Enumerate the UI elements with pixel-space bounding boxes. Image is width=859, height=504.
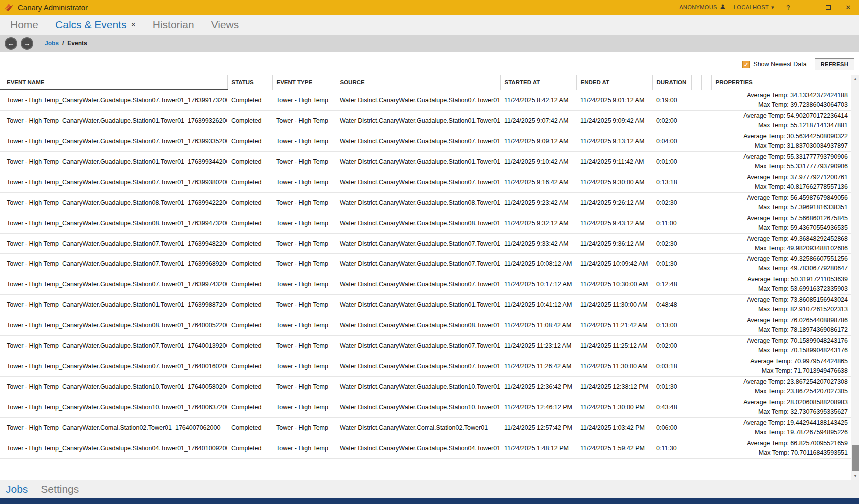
- column-header-ended_at[interactable]: ENDED AT: [576, 75, 652, 90]
- table-row[interactable]: Tower - High Temp_CanaryWater.Guadalupe.…: [0, 172, 851, 192]
- cell-event_name: Tower - High Temp_CanaryWater.Guadalupe.…: [0, 335, 227, 356]
- back-button[interactable]: ←: [5, 37, 17, 50]
- cell-started_at: 11/24/2025 10:17:12 AM: [500, 274, 576, 294]
- cell-event_name: Tower - High Temp_CanaryWater.Guadalupe.…: [0, 192, 227, 213]
- cell-event_name: Tower - High Temp_CanaryWater.Guadalupe.…: [0, 151, 227, 172]
- vertical-scrollbar[interactable]: ▲ ▼: [851, 75, 859, 480]
- cell-event_name: Tower - High Temp_CanaryWater.Guadalupe.…: [0, 131, 227, 151]
- cell-source: Water District.CanaryWater.Guadalupe.Sta…: [336, 131, 500, 151]
- cell-properties: Average Temp: 66.82570095521659Max Temp:…: [711, 438, 851, 458]
- footer-tab-jobs[interactable]: Jobs: [6, 483, 28, 495]
- cell-properties: Average Temp: 73.86085156943024Max Temp:…: [711, 294, 851, 315]
- scroll-thumb[interactable]: [852, 445, 859, 471]
- table-row[interactable]: Tower - High Temp_CanaryWater.Guadalupe.…: [0, 213, 851, 233]
- tab-historian[interactable]: Historian: [144, 15, 203, 35]
- cell-event_type: Tower - High Temp: [272, 192, 336, 213]
- cell-started_at: 11/24/2025 11:26:42 AM: [500, 356, 576, 376]
- cell-properties: Average Temp: 50.31917211053639Max Temp:…: [711, 274, 851, 294]
- maximize-icon[interactable]: [822, 4, 834, 11]
- cell-event_name: Tower - High Temp_CanaryWater.Guadalupe.…: [0, 90, 227, 110]
- help-button[interactable]: ?: [782, 4, 794, 11]
- bottom-strip: [0, 498, 859, 504]
- user-label: ANONYMOUS: [679, 4, 717, 10]
- property-line: Max Temp: 82.91072615202313: [715, 305, 848, 314]
- scroll-up-icon[interactable]: ▲: [851, 75, 859, 83]
- table-row[interactable]: Tower - High Temp_CanaryWater.Guadalupe.…: [0, 376, 851, 397]
- forward-button[interactable]: →: [21, 37, 33, 50]
- property-line: Average Temp: 19.442944188143425: [715, 418, 848, 427]
- cell-spacer2: [701, 335, 711, 356]
- table-row[interactable]: Tower - High Temp_CanaryWater.Guadalupe.…: [0, 253, 851, 274]
- table-row[interactable]: Tower - High Temp_CanaryWater.Comal.Stat…: [0, 417, 851, 438]
- table-body: Tower - High Temp_CanaryWater.Guadalupe.…: [0, 90, 851, 458]
- column-header-event_name[interactable]: EVENT NAME: [0, 75, 227, 90]
- cell-duration: 0:19:00: [652, 90, 691, 110]
- column-header-event_type[interactable]: EVENT TYPE: [272, 75, 336, 90]
- tab-calcs-events[interactable]: Calcs & Events×: [47, 15, 144, 35]
- table-row[interactable]: Tower - High Temp_CanaryWater.Guadalupe.…: [0, 438, 851, 458]
- cell-event_type: Tower - High Temp: [272, 274, 336, 294]
- cell-properties: Average Temp: 49.36848292452868Max Temp:…: [711, 233, 851, 253]
- table-row[interactable]: Tower - High Temp_CanaryWater.Guadalupe.…: [0, 294, 851, 315]
- column-header-started_at[interactable]: STARTED AT: [500, 75, 576, 90]
- cell-duration: 0:43:48: [652, 397, 691, 417]
- cell-status: Completed: [227, 294, 272, 315]
- table-row[interactable]: Tower - High Temp_CanaryWater.Guadalupe.…: [0, 335, 851, 356]
- cell-spacer2: [701, 110, 711, 131]
- show-newest-checkbox[interactable]: ✓: [742, 61, 750, 68]
- table-row[interactable]: Tower - High Temp_CanaryWater.Guadalupe.…: [0, 315, 851, 335]
- cell-spacer1: [691, 192, 701, 213]
- table-row[interactable]: Tower - High Temp_CanaryWater.Guadalupe.…: [0, 110, 851, 131]
- cell-spacer1: [691, 294, 701, 315]
- cell-ended_at: 11/24/2025 11:25:12 AM: [576, 335, 652, 356]
- cell-source: Water District.CanaryWater.Guadalupe.Sta…: [336, 110, 500, 131]
- cell-source: Water District.CanaryWater.Guadalupe.Sta…: [336, 376, 500, 397]
- cell-started_at: 11/24/2025 9:32:12 AM: [500, 213, 576, 233]
- tab-views[interactable]: Views: [203, 15, 248, 35]
- table-row[interactable]: Tower - High Temp_CanaryWater.Guadalupe.…: [0, 131, 851, 151]
- tab-home[interactable]: Home: [2, 15, 47, 35]
- cell-started_at: 11/24/2025 8:42:12 AM: [500, 90, 576, 110]
- user-menu[interactable]: ANONYMOUS: [679, 4, 726, 11]
- cell-event_type: Tower - High Temp: [272, 213, 336, 233]
- tab-label: Views: [211, 19, 239, 30]
- cell-event_type: Tower - High Temp: [272, 417, 336, 438]
- cell-duration: 0:48:48: [652, 294, 691, 315]
- cell-event_name: Tower - High Temp_CanaryWater.Guadalupe.…: [0, 110, 227, 131]
- property-line: Average Temp: 23.867254207027308: [715, 377, 848, 386]
- property-line: Max Temp: 70.15899048243176: [715, 346, 848, 355]
- cell-started_at: 11/24/2025 11:23:12 AM: [500, 335, 576, 356]
- cell-duration: 0:01:00: [652, 151, 691, 172]
- property-line: Average Temp: 56.45987679849056: [715, 193, 848, 202]
- minimize-icon[interactable]: –: [802, 4, 814, 11]
- cell-status: Completed: [227, 315, 272, 335]
- host-selector[interactable]: LOCALHOST ▾: [734, 4, 774, 11]
- table-row[interactable]: Tower - High Temp_CanaryWater.Guadalupe.…: [0, 151, 851, 172]
- tab-label: Home: [10, 19, 38, 30]
- table-row[interactable]: Tower - High Temp_CanaryWater.Guadalupe.…: [0, 233, 851, 253]
- table-row[interactable]: Tower - High Temp_CanaryWater.Guadalupe.…: [0, 356, 851, 376]
- column-header-properties[interactable]: PROPERTIES: [711, 75, 851, 90]
- column-header-source[interactable]: SOURCE: [336, 75, 500, 90]
- table-row[interactable]: Tower - High Temp_CanaryWater.Guadalupe.…: [0, 397, 851, 417]
- property-line: Average Temp: 55.331777793790906: [715, 152, 848, 161]
- cell-source: Water District.CanaryWater.Comal.Station…: [336, 417, 500, 438]
- column-header-status[interactable]: STATUS: [227, 75, 272, 90]
- table-row[interactable]: Tower - High Temp_CanaryWater.Guadalupe.…: [0, 192, 851, 213]
- cell-status: Completed: [227, 335, 272, 356]
- scroll-down-icon[interactable]: ▼: [851, 472, 859, 480]
- footer-tab-settings[interactable]: Settings: [41, 483, 79, 495]
- cell-event_type: Tower - High Temp: [272, 356, 336, 376]
- table-row[interactable]: Tower - High Temp_CanaryWater.Guadalupe.…: [0, 274, 851, 294]
- cell-spacer1: [691, 90, 701, 110]
- tab-close-icon[interactable]: ×: [131, 20, 135, 29]
- cell-duration: 0:03:18: [652, 356, 691, 376]
- breadcrumb-jobs-link[interactable]: Jobs: [45, 40, 59, 47]
- column-header-spacer2: [701, 75, 711, 90]
- cell-started_at: 11/24/2025 9:09:12 AM: [500, 131, 576, 151]
- column-header-duration[interactable]: DURATION: [652, 75, 691, 90]
- refresh-button[interactable]: REFRESH: [815, 58, 854, 70]
- cell-status: Completed: [227, 274, 272, 294]
- table-row[interactable]: Tower - High Temp_CanaryWater.Guadalupe.…: [0, 90, 851, 110]
- close-icon[interactable]: ✕: [842, 4, 854, 11]
